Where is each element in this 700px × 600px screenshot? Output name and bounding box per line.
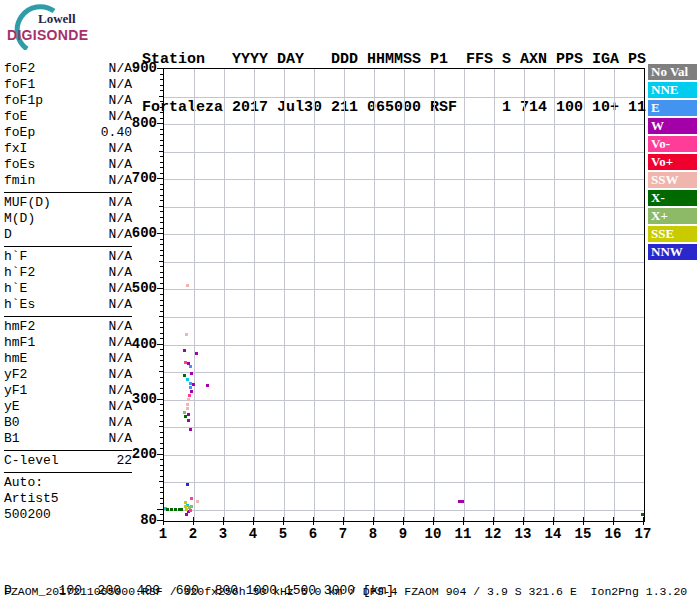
param-row: h`EsN/A xyxy=(4,297,132,313)
param-label: h`F xyxy=(4,249,27,265)
param-value: N/A xyxy=(109,319,132,335)
param-value: N/A xyxy=(109,93,132,109)
param-label: yE xyxy=(4,399,20,415)
x-axis-label: 8 xyxy=(358,527,388,541)
param-label: h`F2 xyxy=(4,265,35,281)
data-point xyxy=(186,407,189,410)
scaler-info-line: Auto: xyxy=(4,475,132,491)
param-row: h`F2N/A xyxy=(4,265,132,281)
param-label: foEs xyxy=(4,157,35,173)
param-label: yF2 xyxy=(4,367,27,383)
header-row-labels: Station YYYY DAY DDD HHMMSS P1 FFS S AXN… xyxy=(142,52,646,68)
gridline xyxy=(164,317,644,318)
param-row: M(D)N/A xyxy=(4,211,132,227)
gridline xyxy=(164,124,644,125)
legend-item: X+ xyxy=(648,208,697,224)
gridline xyxy=(164,482,644,483)
data-point xyxy=(189,509,192,512)
param-value: N/A xyxy=(109,399,132,415)
x-axis-label: 3 xyxy=(208,527,238,541)
param-value: 0.40 xyxy=(101,125,132,141)
gridline xyxy=(314,69,315,521)
param-row: foF1pN/A xyxy=(4,93,132,109)
param-row: h`FN/A xyxy=(4,249,132,265)
data-point xyxy=(184,415,187,418)
separator xyxy=(4,192,132,193)
parameter-sidebar: foF2N/AfoF1N/AfoF1pN/AfoEN/AfoEp0.40fxIN… xyxy=(4,61,132,523)
data-point xyxy=(187,413,190,416)
data-point xyxy=(186,403,189,406)
param-label: M(D) xyxy=(4,211,35,227)
data-point xyxy=(206,384,209,387)
logo-text-digisonde: DIGISONDE xyxy=(7,27,88,43)
param-row: foEp0.40 xyxy=(4,125,132,141)
x-axis-label: 1 xyxy=(148,527,178,541)
param-value: N/A xyxy=(109,195,132,211)
param-label: yF1 xyxy=(4,383,27,399)
param-label: B0 xyxy=(4,415,20,431)
param-label: MUF(D) xyxy=(4,195,51,211)
param-value: N/A xyxy=(109,297,132,313)
gridline xyxy=(254,69,255,521)
gridline xyxy=(554,69,555,521)
x-axis-label: 10 xyxy=(418,527,448,541)
gridline xyxy=(524,69,525,521)
ionogram-plot xyxy=(163,68,645,522)
param-row: hmEN/A xyxy=(4,351,132,367)
param-row: MUF(D)N/A xyxy=(4,195,132,211)
data-point xyxy=(170,508,173,511)
scaler-info-line: 500200 xyxy=(4,507,132,523)
data-point xyxy=(189,386,192,389)
gridline xyxy=(584,69,585,521)
param-value: N/A xyxy=(109,61,132,77)
x-axis-label: 12 xyxy=(478,527,508,541)
gridline xyxy=(164,289,644,290)
param-label: h`E xyxy=(4,281,27,297)
param-row: h`EN/A xyxy=(4,281,132,297)
param-section: h`FN/Ah`F2N/Ah`EN/Ah`EsN/A xyxy=(4,249,132,313)
param-value: N/A xyxy=(109,173,132,189)
data-point xyxy=(187,362,190,365)
data-point xyxy=(185,513,188,516)
param-row: foEsN/A xyxy=(4,157,132,173)
param-row: C-level22 xyxy=(4,453,132,469)
param-value: N/A xyxy=(109,383,132,399)
data-point xyxy=(183,411,186,414)
separator xyxy=(4,472,132,473)
data-point xyxy=(196,500,199,503)
data-point xyxy=(195,352,198,355)
legend-item: NNE xyxy=(648,82,697,98)
param-value: N/A xyxy=(109,335,132,351)
data-point xyxy=(184,361,187,364)
data-point xyxy=(641,513,644,516)
x-axis-label: 5 xyxy=(268,527,298,541)
data-point xyxy=(184,501,187,504)
param-label: C-level xyxy=(4,453,59,469)
param-value: N/A xyxy=(109,109,132,125)
legend-item: Vo+ xyxy=(648,154,697,170)
data-point xyxy=(188,394,191,397)
x-axis-label: 17 xyxy=(628,527,658,541)
data-point xyxy=(187,398,190,401)
data-point xyxy=(183,374,186,377)
gridline xyxy=(164,179,644,180)
data-point xyxy=(185,333,188,336)
ionogram-page: Lowell DIGISONDE Station YYYY DAY DDD HH… xyxy=(0,0,700,600)
x-axis-label: 9 xyxy=(388,527,418,541)
param-label: foF1 xyxy=(4,77,35,93)
gridline xyxy=(164,510,644,511)
legend-item: W xyxy=(648,118,697,134)
gridline xyxy=(164,234,644,235)
logo-text-lowell: Lowell xyxy=(38,11,76,27)
gridline xyxy=(164,345,644,346)
param-value: N/A xyxy=(109,265,132,281)
param-row: yF1N/A xyxy=(4,383,132,399)
gridline xyxy=(164,262,644,263)
param-label: hmE xyxy=(4,351,27,367)
data-point xyxy=(187,419,190,422)
param-value: 22 xyxy=(116,453,132,469)
param-section: C-level22 xyxy=(4,453,132,469)
data-point xyxy=(189,428,192,431)
param-value: N/A xyxy=(109,211,132,227)
data-point xyxy=(190,497,193,500)
